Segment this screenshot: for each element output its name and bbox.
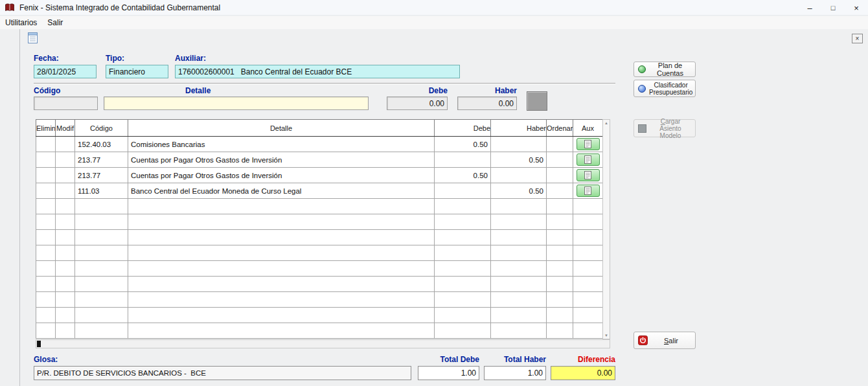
vertical-scrollbar[interactable]: ▲ ▼ xyxy=(602,119,610,339)
cell-codigo xyxy=(75,308,128,323)
debe-input[interactable]: 0.00 xyxy=(387,96,448,110)
cell-modif[interactable] xyxy=(56,183,75,199)
cell-modif[interactable] xyxy=(56,137,75,152)
aux-detail-button[interactable] xyxy=(577,169,600,181)
salir-button[interactable]: Salir xyxy=(634,332,696,349)
entry-action-button[interactable] xyxy=(527,91,547,111)
cell-codigo: 213.77 xyxy=(75,168,128,183)
detalle-label: Detalle xyxy=(185,86,211,95)
titlebar: Fenix - Sistema Integrado de Contabilida… xyxy=(0,0,868,16)
cell-detalle xyxy=(128,277,435,292)
cell-detalle xyxy=(128,292,435,308)
cell-detalle xyxy=(128,323,435,339)
total-debe-field: 1.00 xyxy=(418,366,479,380)
table-row[interactable]: 213.77Cuentas por Pagar Otros Gastos de … xyxy=(36,168,603,183)
cell-debe xyxy=(435,245,491,261)
minimize-button[interactable]: – xyxy=(798,0,821,16)
cell-modif[interactable] xyxy=(56,168,75,183)
auxiliar-field[interactable]: 1760002600001 Banco Central del Ecuador … xyxy=(175,65,460,78)
aux-detail-button[interactable] xyxy=(577,185,600,197)
clasificador-label: Clasificador Presupuestario xyxy=(649,82,692,96)
codigo-input[interactable] xyxy=(34,96,98,110)
menu-item-salir[interactable]: Salir xyxy=(42,17,68,28)
cell-detalle: Banco Central del Ecuador Moneda de Curs… xyxy=(128,183,435,199)
cell-codigo xyxy=(75,245,128,261)
cell-ordenar xyxy=(547,183,573,199)
table-row[interactable]: 152.40.03Comisiones Bancarias0.50 xyxy=(36,137,603,152)
menu-item-utilitarios[interactable]: Utilitarios xyxy=(0,17,42,28)
cell-ordenar xyxy=(547,261,573,277)
cell-modif xyxy=(56,308,75,323)
cell-ordenar xyxy=(547,245,573,261)
cell-haber xyxy=(491,323,547,339)
haber-input[interactable]: 0.00 xyxy=(457,96,517,110)
child-window-icon[interactable] xyxy=(28,32,38,46)
horizontal-scrollbar[interactable] xyxy=(36,339,610,348)
aux-detail-button[interactable] xyxy=(577,138,600,150)
cell-elimin xyxy=(36,323,56,339)
cell-debe: 0.50 xyxy=(435,168,491,183)
maximize-button[interactable]: □ xyxy=(821,0,845,16)
aux-detail-button[interactable] xyxy=(577,153,600,166)
cell-aux xyxy=(573,277,603,292)
glosa-input[interactable]: P/R. DEBITO DE SERVICIOS BANCARIOS - BCE xyxy=(34,366,411,380)
cell-elimin[interactable] xyxy=(36,152,56,168)
plan-de-cuentas-button[interactable]: Plan de Cuentas xyxy=(634,62,696,77)
cell-modif[interactable] xyxy=(56,152,75,168)
cell-haber xyxy=(491,199,547,214)
column-header-7: Aux xyxy=(573,120,603,137)
mdi-client: × Fecha: 28/01/2025 Tipo: Financiero Aux… xyxy=(0,29,868,386)
total-haber-label: Total Haber xyxy=(484,355,546,364)
scrollbar-thumb[interactable] xyxy=(37,341,41,347)
clasificador-presupuestario-button[interactable]: Clasificador Presupuestario xyxy=(634,80,696,97)
cell-codigo xyxy=(75,261,128,277)
cell-codigo: 111.03 xyxy=(75,183,128,199)
cell-elimin xyxy=(36,245,56,261)
cell-aux xyxy=(573,230,603,245)
cell-haber xyxy=(491,261,547,277)
table-row-empty xyxy=(36,230,603,245)
debe-label: Debe xyxy=(387,86,448,95)
column-header-5: Haber xyxy=(491,120,547,137)
cell-debe xyxy=(435,261,491,277)
table-row[interactable]: 111.03Banco Central del Ecuador Moneda d… xyxy=(36,183,603,199)
table-row[interactable]: 213.77Cuentas por Pagar Otros Gastos de … xyxy=(36,152,603,168)
cell-elimin[interactable] xyxy=(36,137,56,152)
cell-codigo: 152.40.03 xyxy=(75,137,128,152)
cell-haber xyxy=(491,245,547,261)
column-header-0: Elimin xyxy=(36,120,56,137)
cell-aux xyxy=(573,245,603,261)
table-row-empty xyxy=(36,308,603,323)
tipo-field[interactable]: Financiero xyxy=(106,65,168,78)
column-header-6: Ordenar xyxy=(547,120,573,137)
cell-codigo xyxy=(75,292,128,308)
cell-haber: 0.50 xyxy=(491,183,547,199)
fecha-field[interactable]: 28/01/2025 xyxy=(34,65,97,78)
cell-haber xyxy=(491,168,547,183)
table-row-empty xyxy=(36,245,603,261)
cell-debe xyxy=(435,183,491,199)
cargar-asiento-modelo-button[interactable]: Cargar Asiento Modelo xyxy=(634,119,696,137)
cell-elimin xyxy=(36,214,56,230)
plan-de-cuentas-label: Plan de Cuentas xyxy=(649,62,691,77)
app-icon xyxy=(5,3,15,13)
app-window: Fenix - Sistema Integrado de Contabilida… xyxy=(0,0,868,386)
tipo-label: Tipo: xyxy=(106,54,124,63)
diferencia-label: Diferencia xyxy=(551,355,615,364)
cell-aux xyxy=(573,137,603,152)
cell-ordenar xyxy=(547,323,573,339)
cell-aux xyxy=(573,323,603,339)
cell-debe: 0.50 xyxy=(435,137,491,152)
cell-detalle xyxy=(128,261,435,277)
cell-elimin xyxy=(36,277,56,292)
detalle-input[interactable] xyxy=(104,96,369,110)
child-close-button[interactable]: × xyxy=(852,34,863,43)
cell-elimin[interactable] xyxy=(36,168,56,183)
cell-haber xyxy=(491,308,547,323)
mdi-frame-edge xyxy=(19,29,20,386)
cell-codigo xyxy=(75,214,128,230)
blue-sphere-icon xyxy=(638,85,646,93)
close-button[interactable]: × xyxy=(845,0,868,16)
cell-elimin[interactable] xyxy=(36,183,56,199)
cell-ordenar xyxy=(547,152,573,168)
